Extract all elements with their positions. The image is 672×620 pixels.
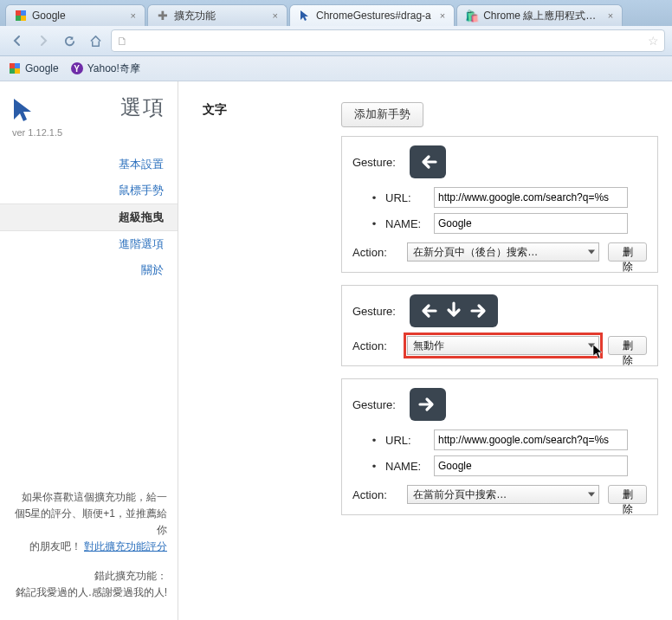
sidebar-item-drag[interactable]: 超級拖曳	[0, 203, 178, 231]
sidebar-footer: 如果你喜歡這個擴充功能，給一 個5星的評分、順便+1，並推薦給你 的朋友吧！ 對…	[0, 481, 178, 613]
action-select[interactable]: 在當前分頁中搜索…	[407, 485, 599, 504]
chevron-down-icon	[588, 250, 595, 255]
bookmark-label: Yahoo!奇摩	[87, 61, 140, 76]
google-icon	[15, 10, 27, 22]
bookmark-item[interactable]: Google	[9, 62, 59, 74]
address-bar[interactable]: 🗋 ☆	[111, 29, 665, 52]
close-icon[interactable]: ×	[436, 10, 445, 21]
sidebar-item-mouse[interactable]: 鼠標手勢	[0, 178, 178, 203]
browser-tab[interactable]: 🛍️ Chrome 線上應用程式商店 ×	[456, 4, 623, 26]
arrow-left-icon	[417, 151, 439, 173]
sidebar-item-about[interactable]: 關於	[0, 257, 178, 283]
back-button[interactable]	[7, 30, 28, 51]
promo-text: 如果你喜歡這個擴充功能，給一	[22, 491, 167, 503]
delete-button[interactable]: 删除	[608, 485, 647, 504]
version-label: ver 1.12.1.5	[0, 127, 178, 146]
url-label: URL:	[385, 191, 427, 204]
home-button[interactable]	[85, 30, 106, 51]
action-label: Action:	[352, 339, 398, 352]
name-label: NAME:	[385, 460, 427, 473]
gesture-fields: URL: NAME:	[352, 429, 647, 476]
action-select-value: 在新分頁中（後台）搜索…	[413, 245, 538, 260]
puzzle-icon: ✚	[157, 10, 169, 22]
action-select-value: 在當前分頁中搜索…	[413, 488, 507, 502]
action-select[interactable]: 在新分頁中（後台）搜索…	[407, 242, 599, 262]
store-icon: 🛍️	[466, 10, 478, 22]
chevron-down-icon	[588, 493, 595, 497]
browser-tab[interactable]: Google ×	[5, 4, 145, 26]
delete-button[interactable]: 删除	[608, 242, 647, 262]
browser-toolbar: 🗋 ☆	[0, 26, 672, 56]
bookmark-label: Google	[25, 62, 59, 74]
name-input[interactable]	[434, 213, 628, 234]
url-input[interactable]	[434, 429, 628, 450]
gesture-label: Gesture:	[352, 156, 401, 169]
browser-tab-active[interactable]: ChromeGestures#drag-a ×	[289, 4, 455, 26]
name-label: NAME:	[385, 217, 427, 230]
action-row: Action: 在新分頁中（後台）搜索… 删除	[352, 242, 647, 262]
action-label: Action:	[352, 246, 398, 259]
arrow-down-icon	[443, 300, 465, 322]
rate-link[interactable]: 對此擴充功能評分	[84, 540, 167, 552]
delete-button[interactable]: 删除	[608, 336, 647, 355]
sidebar-item-advanced[interactable]: 進階選項	[0, 231, 178, 257]
action-select-wrap: 在新分頁中（後台）搜索…	[407, 242, 599, 262]
gesture-label: Gesture:	[352, 398, 401, 411]
action-select-value: 無動作	[413, 339, 444, 353]
close-icon[interactable]: ×	[604, 10, 613, 21]
cursor-icon	[299, 10, 311, 22]
tab-title: Google	[32, 10, 66, 22]
page-title: 選項	[120, 94, 165, 121]
forward-button[interactable]	[33, 30, 54, 51]
gesture-card: Gesture: URL: NAME: Action: 在當前分頁中搜索… 删除	[341, 378, 658, 515]
url-input[interactable]	[132, 31, 644, 50]
promo-text: 的朋友吧！	[29, 540, 81, 552]
google-icon	[9, 62, 21, 74]
action-select-wrap: 在當前分頁中搜索…	[407, 485, 599, 504]
bookmark-item[interactable]: Y Yahoo!奇摩	[71, 61, 140, 76]
arrow-right-icon	[417, 393, 439, 416]
options-content: 文字 添加新手勢 Gesture: URL: NAME: Action: 在新分…	[178, 81, 672, 620]
reload-button[interactable]	[59, 30, 80, 51]
bookmark-star-icon[interactable]: ☆	[648, 34, 659, 48]
credit-text: 銘記我愛過的人.感謝愛過我的人!	[16, 586, 167, 598]
tab-title: Chrome 線上應用程式商店	[483, 9, 599, 23]
tab-title: 擴充功能	[174, 9, 216, 23]
page-icon: 🗋	[117, 35, 128, 48]
promo-text: 個5星的評分、順便+1，並推薦給你	[15, 507, 167, 536]
options-sidebar: 選項 ver 1.12.1.5 基本設置 鼠標手勢 超級拖曳 進階選項 關於 如…	[0, 81, 178, 620]
tab-title: ChromeGestures#drag-a	[316, 10, 431, 22]
browser-tab[interactable]: ✚ 擴充功能 ×	[147, 4, 288, 26]
action-select[interactable]: 無動作	[407, 336, 599, 355]
action-row: Action: 在當前分頁中搜索… 删除	[352, 485, 647, 504]
section-heading: 文字	[203, 102, 237, 118]
add-gesture-button[interactable]: 添加新手勢	[341, 102, 423, 127]
arrow-right-icon	[468, 300, 491, 322]
extension-logo-icon	[12, 97, 35, 126]
yahoo-icon: Y	[71, 62, 83, 74]
gesture-label: Gesture:	[352, 305, 401, 318]
action-label: Action:	[352, 488, 398, 501]
gesture-fields: URL: NAME:	[352, 187, 647, 234]
url-input[interactable]	[434, 187, 628, 208]
mouse-cursor-icon	[592, 344, 604, 362]
sidebar-item-basic[interactable]: 基本設置	[0, 152, 178, 178]
action-row: Action: 無動作 删除	[352, 336, 647, 355]
name-input[interactable]	[434, 455, 628, 476]
gesture-preview	[410, 294, 498, 327]
close-icon[interactable]: ×	[127, 10, 136, 21]
gesture-card: Gesture: Action: 無動作 删除	[341, 285, 658, 366]
gesture-preview	[410, 388, 446, 421]
close-icon[interactable]: ×	[269, 10, 278, 21]
credit-text: 錯此擴充功能：	[94, 570, 167, 582]
action-select-wrap: 無動作	[407, 336, 599, 355]
arrow-left-icon	[417, 300, 439, 322]
url-label: URL:	[385, 434, 427, 447]
gesture-preview	[410, 145, 446, 178]
gesture-card: Gesture: URL: NAME: Action: 在新分頁中（後台）搜索……	[341, 136, 658, 273]
browser-tab-strip: Google × ✚ 擴充功能 × ChromeGestures#drag-a …	[0, 0, 672, 26]
bookmarks-bar: Google Y Yahoo!奇摩	[0, 56, 672, 81]
